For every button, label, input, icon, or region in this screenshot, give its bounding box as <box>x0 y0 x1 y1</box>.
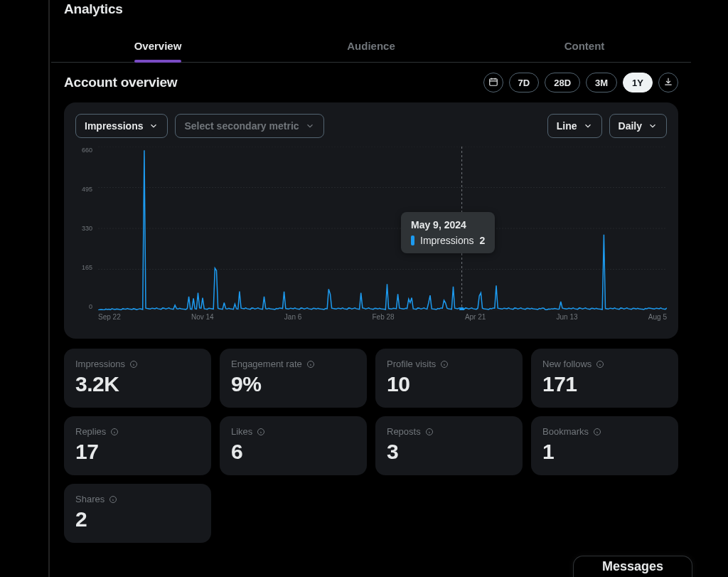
tab-content[interactable]: Content <box>478 31 691 62</box>
secondary-metric-select[interactable]: Select secondary metric <box>175 114 323 138</box>
chevron-down-icon <box>149 121 159 131</box>
range-28d[interactable]: 28D <box>545 73 580 92</box>
messages-drawer[interactable]: Messages <box>573 556 692 577</box>
subheader: Account overview 7D 28D 3M 1Y <box>51 63 691 95</box>
metric-card-shares[interactable]: Shares 2 <box>64 484 211 543</box>
y-axis: 660 495 330 165 0 <box>75 147 95 310</box>
metrics-grid: Impressions 3.2K Engagement rate 9% Prof… <box>64 349 678 543</box>
download-icon <box>663 77 673 89</box>
tooltip-date: May 9, 2024 <box>411 219 485 231</box>
chart-panel: Impressions Select secondary metric Line… <box>64 102 678 339</box>
tooltip-swatch <box>411 235 414 245</box>
section-title: Account overview <box>64 75 177 90</box>
tabs: Overview Audience Content <box>51 31 691 63</box>
metric-card-likes[interactable]: Likes 6 <box>220 416 367 475</box>
chart-tooltip: May 9, 2024 Impressions 2 <box>401 212 495 253</box>
info-icon <box>129 360 138 369</box>
x-axis: Sep 22 Nov 14 Jan 6 Feb 28 Apr 21 Jun 13… <box>98 313 667 324</box>
svg-rect-0 <box>489 78 497 85</box>
info-icon <box>257 428 265 436</box>
tab-label: Overview <box>134 40 182 52</box>
range-3m[interactable]: 3M <box>586 73 617 92</box>
metric-card-engagement[interactable]: Engagement rate 9% <box>220 349 367 408</box>
metric-card-reposts[interactable]: Reposts 3 <box>375 416 523 475</box>
chevron-down-icon <box>305 121 315 131</box>
chevron-down-icon <box>583 121 593 131</box>
page-title: Analytics <box>51 0 691 17</box>
info-icon <box>440 360 449 369</box>
primary-metric-select[interactable]: Impressions <box>75 114 168 138</box>
info-icon <box>596 360 604 369</box>
tab-overview[interactable]: Overview <box>51 31 264 62</box>
plot-area <box>98 147 667 310</box>
range-1y[interactable]: 1Y <box>623 73 653 92</box>
left-rail-divider <box>48 0 50 577</box>
range-7d[interactable]: 7D <box>509 73 540 92</box>
info-icon <box>110 428 119 436</box>
svg-point-7 <box>459 307 464 310</box>
chevron-down-icon <box>648 121 658 131</box>
granularity-select[interactable]: Daily <box>609 114 667 138</box>
calendar-icon <box>488 77 498 89</box>
info-icon <box>425 428 434 436</box>
metric-card-new-follows[interactable]: New follows 171 <box>531 349 678 408</box>
chart[interactable]: 660 495 330 165 0 Sep 22 <box>75 147 667 324</box>
metric-card-bookmarks[interactable]: Bookmarks 1 <box>531 416 678 475</box>
metric-card-replies[interactable]: Replies 17 <box>64 416 211 475</box>
info-icon <box>306 360 315 369</box>
metric-card-profile-visits[interactable]: Profile visits 10 <box>375 349 523 408</box>
viz-type-select[interactable]: Line <box>547 114 602 138</box>
tab-audience[interactable]: Audience <box>264 31 478 62</box>
info-icon <box>593 428 601 436</box>
tooltip-metric: Impressions <box>420 235 473 246</box>
date-picker-button[interactable] <box>483 73 503 92</box>
download-button[interactable] <box>658 73 678 92</box>
tab-label: Content <box>564 40 605 52</box>
info-icon <box>109 495 117 504</box>
tab-label: Audience <box>347 40 395 52</box>
analytics-page: Analytics Overview Audience Content Acco… <box>51 0 691 543</box>
chart-controls: Impressions Select secondary metric Line… <box>75 114 667 138</box>
range-actions: 7D 28D 3M 1Y <box>483 73 678 92</box>
metric-card-impressions[interactable]: Impressions 3.2K <box>64 349 211 408</box>
tooltip-value: 2 <box>479 235 485 246</box>
